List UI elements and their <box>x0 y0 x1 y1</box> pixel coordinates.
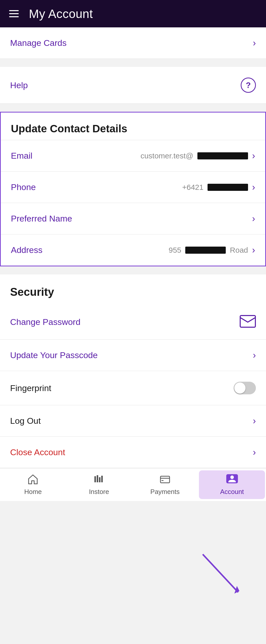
update-passcode-item[interactable]: Update Your Passcode › <box>0 340 266 371</box>
phone-chevron: › <box>252 183 255 192</box>
home-icon <box>27 474 38 486</box>
contact-section-title: Update Contact Details <box>1 113 265 140</box>
svg-line-1 <box>203 554 238 592</box>
svg-point-11 <box>230 475 234 479</box>
logout-item[interactable]: Log Out › <box>0 405 266 437</box>
nav-instore[interactable]: Instore <box>66 468 132 501</box>
address-chevron: › <box>252 246 255 255</box>
nav-home[interactable]: Home <box>0 468 66 501</box>
preferred-name-chevron: › <box>252 214 255 223</box>
email-value: customer.test@ › <box>140 151 255 160</box>
nav-account-label: Account <box>220 488 244 496</box>
address-value: 955 Road › <box>169 246 255 255</box>
address-redacted <box>185 247 226 254</box>
address-suffix: Road <box>230 246 248 254</box>
email-item[interactable]: Email customer.test@ › <box>1 140 265 171</box>
phone-value: +6421 › <box>182 183 255 192</box>
fingerprint-label: Fingerprint <box>10 383 51 393</box>
phone-prefix: +6421 <box>182 183 203 192</box>
svg-rect-7 <box>160 476 170 483</box>
svg-marker-2 <box>234 586 239 594</box>
manage-cards-label: Manage Cards <box>10 38 67 48</box>
mail-icon <box>240 315 256 329</box>
phone-redacted <box>208 184 248 191</box>
logout-label: Log Out <box>10 416 41 426</box>
nav-payments[interactable]: Payments <box>132 468 198 501</box>
close-account-item[interactable]: Close Account › <box>0 437 266 468</box>
phone-label: Phone <box>11 182 36 192</box>
phone-item[interactable]: Phone +6421 › <box>1 171 265 203</box>
help-icon: ? <box>241 78 256 93</box>
address-prefix: 955 <box>169 246 181 254</box>
help-item[interactable]: Help ? <box>0 67 266 104</box>
update-passcode-label: Update Your Passcode <box>10 350 98 360</box>
bottom-nav: Home Instore Payments <box>0 468 266 501</box>
section-gap-2 <box>0 104 266 112</box>
close-account-label: Close Account <box>10 447 65 457</box>
page-title: My Account <box>29 7 93 21</box>
header: My Account <box>0 0 266 27</box>
toggle-thumb <box>234 382 245 394</box>
email-label: Email <box>11 151 32 161</box>
email-chevron: › <box>252 151 255 160</box>
svg-rect-3 <box>94 476 96 482</box>
svg-rect-6 <box>101 476 103 482</box>
preferred-name-label: Preferred Name <box>11 214 72 224</box>
payments-icon <box>159 474 171 486</box>
account-icon <box>226 474 238 486</box>
security-section: Security Change Password Update Your Pas… <box>0 274 266 468</box>
manage-cards-item[interactable]: Manage Cards › <box>0 27 266 59</box>
change-password-item[interactable]: Change Password <box>0 304 266 340</box>
address-item[interactable]: Address 955 Road › <box>1 234 265 266</box>
email-redacted <box>197 152 248 159</box>
security-title: Security <box>0 274 266 304</box>
preferred-name-item[interactable]: Preferred Name › <box>1 203 265 234</box>
svg-rect-4 <box>97 475 98 482</box>
update-passcode-chevron: › <box>253 351 256 360</box>
nav-account[interactable]: Account <box>199 470 265 499</box>
arrow-indicator <box>195 547 251 603</box>
help-label: Help <box>10 80 28 90</box>
manage-cards-chevron: › <box>253 39 256 48</box>
nav-home-label: Home <box>24 488 42 496</box>
menu-button[interactable] <box>9 10 19 17</box>
nav-payments-label: Payments <box>150 488 180 496</box>
svg-rect-0 <box>240 316 255 327</box>
fingerprint-toggle[interactable] <box>234 382 256 394</box>
email-prefix: customer.test@ <box>140 152 193 160</box>
close-account-chevron: › <box>253 448 256 457</box>
change-password-label: Change Password <box>10 317 80 327</box>
fingerprint-item[interactable]: Fingerprint <box>0 371 266 405</box>
logout-chevron: › <box>253 416 256 426</box>
preferred-name-value: › <box>252 214 255 223</box>
contact-details-section: Update Contact Details Email customer.te… <box>0 112 266 266</box>
instore-icon <box>93 474 105 486</box>
svg-rect-5 <box>99 477 100 482</box>
address-label: Address <box>11 245 43 255</box>
nav-instore-label: Instore <box>89 488 109 496</box>
section-gap-1 <box>0 59 266 67</box>
section-gap-3 <box>0 266 266 274</box>
